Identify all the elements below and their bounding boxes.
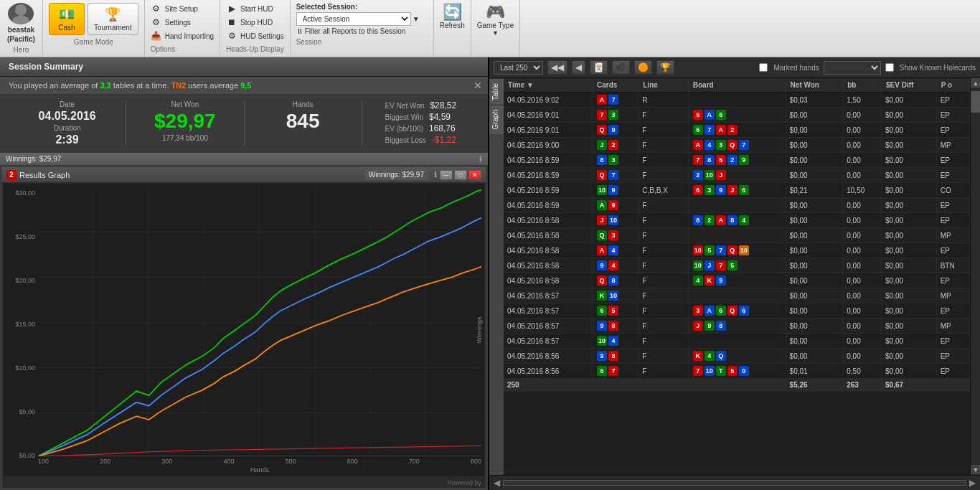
col-net-won[interactable]: Net Won (786, 78, 843, 93)
orange-button[interactable]: 🟠 (634, 60, 652, 75)
card: 9 (716, 185, 726, 195)
show-holecards-checkbox[interactable] (885, 63, 894, 72)
scroll-thumb[interactable] (971, 91, 980, 113)
table-row[interactable]: 04.05.2016 8:59A9F$0,000,00$0,00EP (504, 198, 970, 213)
cell-cards: 83 (593, 153, 639, 168)
cell-board: J98 (688, 319, 786, 334)
graph-tab[interactable]: Graph (489, 105, 504, 134)
table-row[interactable]: 04.05.2016 8:58Q3F$0,000,00$0,00MP (504, 228, 970, 243)
info-text2: tables at a time. (113, 81, 169, 90)
table-row[interactable]: 04.05.2016 9:00J2FA43Q7$0,000,00$0,00MP (504, 138, 970, 153)
ev-row3: EV (bb/100) 168,76 (385, 123, 456, 133)
cell-net-won: $0,00 (786, 138, 843, 153)
stats-row: Date 04.05.2016 Duration 2:39 Net Won $2… (0, 95, 488, 153)
maximize-button[interactable]: □ (454, 170, 467, 180)
cell-line: R (639, 93, 689, 108)
cell-line: F (639, 138, 689, 153)
last-n-select[interactable]: Last 250 (494, 61, 543, 75)
minimize-button[interactable]: ─ (440, 170, 453, 180)
col-bb[interactable]: bb (843, 78, 882, 93)
col-ev-diff[interactable]: $EV Diff (882, 78, 937, 93)
table-row[interactable]: 04.05.2016 9:0173F6A6$0,000,00$0,00EP (504, 108, 970, 123)
scroll-down-button[interactable]: ▼ (971, 465, 980, 475)
scroll-track[interactable] (971, 88, 980, 465)
marked-hands-checkbox[interactable] (759, 63, 768, 72)
cell-board (688, 334, 786, 349)
hud-settings-icon: ⚙ (226, 30, 237, 42)
cell-ev-diff: $0,00 (882, 138, 937, 153)
session-select[interactable]: Active Session (296, 12, 411, 26)
col-line[interactable]: Line (639, 78, 689, 93)
card: 9 (597, 351, 607, 361)
site-setup-button[interactable]: ⚙ Site Setup (151, 3, 198, 14)
card: T (716, 366, 726, 376)
table-row[interactable]: 04.05.2016 8:57K10F$0,000,00$0,00MP (504, 288, 970, 303)
session-summary-tab[interactable]: Session Summary (0, 57, 488, 77)
col-pos[interactable]: P o (936, 78, 969, 93)
table-row[interactable]: 04.05.2016 8:5983F78529$0,000,00$0,00EP (504, 153, 970, 168)
marked-hands-select[interactable] (824, 61, 881, 75)
close-info-button[interactable]: ✕ (473, 80, 482, 91)
card: 8 (608, 275, 618, 286)
cash-label: Cash (58, 24, 75, 32)
card: 2 (608, 140, 618, 150)
horizontal-scrollbar[interactable] (503, 480, 966, 486)
cash-button[interactable]: 💵 Cash (49, 3, 85, 35)
card: 9 (608, 200, 618, 210)
table-row[interactable]: 04.05.2016 9:02A7R$0,031,50$0,00EP (504, 93, 970, 108)
close-graph-button[interactable]: ✕ (468, 170, 481, 180)
card: 10 (739, 245, 749, 255)
table-row[interactable]: 04.05.2016 8:57104F$0,000,00$0,00EP (504, 334, 970, 349)
table-row[interactable]: 04.05.2016 8:5894F10J75$0,000,00$0,00BTN (504, 258, 970, 273)
table-row[interactable]: 04.05.2016 8:5765F3A6Q6$0,000,00$0,00EP (504, 303, 970, 319)
scroll-right-icon[interactable]: ▶ (969, 478, 976, 488)
cell-time: 04.05.2016 8:59 (504, 183, 593, 198)
tournament-button[interactable]: 🏆 Tournament (88, 3, 138, 35)
scroll-up-button[interactable]: ▲ (971, 78, 980, 88)
table-row[interactable]: 04.05.2016 8:5698FK4Q$0,000,00$0,00EP (504, 349, 970, 364)
left-panel: Session Summary You played an average of… (0, 57, 488, 490)
scroll-left-icon[interactable]: ◀ (494, 478, 500, 488)
col-cards[interactable]: Cards (593, 78, 639, 93)
hand-importing-label: Hand Importing (165, 32, 214, 40)
col-board[interactable]: Board (688, 78, 786, 93)
first-button[interactable]: ◀◀ (547, 60, 567, 75)
table-row[interactable]: 04.05.2016 8:58Q8F4K9$0,000,00$0,00EP (504, 273, 970, 288)
grid-button[interactable]: ⬛ (612, 60, 630, 75)
table-row[interactable]: 04.05.2016 9:01Q9F67A2$0,000,00$0,00EP (504, 123, 970, 138)
table-row[interactable]: 04.05.2016 8:58A4F1057Q10$0,000,00$0,00E… (504, 243, 970, 258)
col-time[interactable]: Time ▼ (504, 78, 593, 93)
y-label-3: $15,00 (6, 321, 35, 328)
cell-board: 710T50 (688, 364, 786, 379)
table-row[interactable]: 04.05.2016 8:59Q7F210J$0,000,00$0,00EP (504, 168, 970, 183)
stop-hud-button[interactable]: ⏹ Stop HUD (226, 17, 273, 28)
card-button[interactable]: 🃏 (590, 60, 608, 75)
filter-session-button[interactable]: ⏸ Filter all Reports to this Session (296, 27, 406, 35)
refresh-button[interactable]: 🔄 Refresh (440, 3, 465, 29)
avatar (8, 3, 34, 24)
cell-ev-diff: $0,00 (882, 183, 937, 198)
table-row[interactable]: 04.05.2016 8:58J10F82A84$0,000,00$0,00EP (504, 213, 970, 228)
cell-cards: Q9 (593, 123, 639, 138)
table-row[interactable]: 04.05.2016 8:59109C,B,B,X639J6$0,2110,50… (504, 183, 970, 198)
card: 10 (597, 336, 607, 346)
prev-button[interactable]: ◀ (572, 60, 585, 75)
user-name: beastak (8, 26, 34, 34)
hud-settings-button[interactable]: ⚙ HUD Settings (226, 30, 284, 42)
start-hud-button[interactable]: ▶ Start HUD (226, 3, 273, 14)
info-text1: You played an average of (9, 81, 98, 90)
hand-importing-button[interactable]: 📥 Hand Importing (151, 30, 214, 42)
table-row[interactable]: 04.05.2016 8:5798FJ98$0,000,00$0,00MP (504, 319, 970, 334)
game-type-button[interactable]: 🎮 Game Type ▼ (477, 3, 514, 37)
cell-time: 04.05.2016 8:58 (504, 228, 593, 243)
settings-button[interactable]: ⚙ Settings (151, 17, 191, 28)
settings-label: Settings (165, 19, 191, 27)
net-won-col: Net Won $29,97 177,34 bb/100 (126, 100, 244, 146)
site-setup-label: Site Setup (165, 5, 198, 13)
cell-ev-diff: $0,00 (882, 349, 937, 364)
cell-board (688, 228, 786, 243)
trophy-button[interactable]: 🏆 (656, 60, 674, 75)
table-tab[interactable]: Table (489, 78, 504, 105)
table-row[interactable]: 04.05.2016 8:5667F710T50$0,010,50$0,00EP (504, 364, 970, 379)
cell-pos: EP (936, 108, 969, 123)
